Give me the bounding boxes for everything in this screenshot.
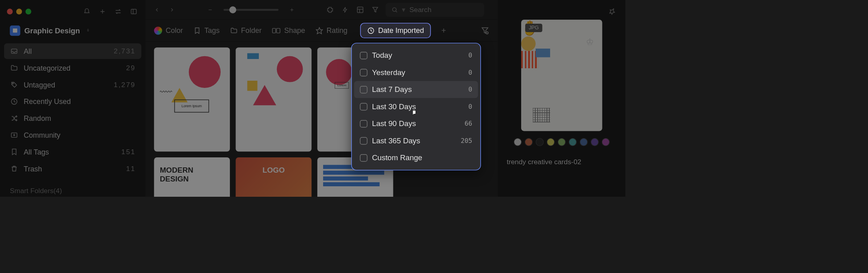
mouse-cursor <box>410 109 418 117</box>
color-swatch[interactable] <box>569 138 577 146</box>
close-window[interactable] <box>7 9 12 14</box>
filter-settings-icon[interactable] <box>481 26 489 35</box>
sidebar-item-count: 29 <box>126 64 136 72</box>
checkbox[interactable] <box>360 86 368 94</box>
smart-folders-header[interactable]: Smart Folders(4) <box>0 180 145 197</box>
filter-label: Folder <box>241 26 262 35</box>
sync-icon[interactable] <box>113 7 123 16</box>
dropdown-option-last-7-days[interactable]: Last 7 Days 0 <box>354 81 478 98</box>
sidebar-item-all[interactable]: All 2,731 <box>4 43 141 59</box>
option-label: Last 90 Days <box>372 119 416 128</box>
sidebar-item-uncategorized[interactable]: Uncategorized 29 <box>4 60 141 76</box>
decorative <box>533 108 550 122</box>
color-swatch[interactable] <box>558 138 566 146</box>
svg-rect-18 <box>272 28 276 33</box>
option-count: 0 <box>469 103 473 110</box>
dropdown-option-yesterday[interactable]: Yesterday 0 <box>354 64 478 81</box>
color-swatch[interactable] <box>547 138 555 146</box>
toggle-sidebar-icon[interactable] <box>129 7 138 16</box>
card-text: Lorem <box>335 82 349 89</box>
library-icon <box>10 25 20 36</box>
checkbox[interactable] <box>360 154 368 162</box>
checkbox[interactable] <box>360 52 368 59</box>
sidebar-item-all-tags[interactable]: All Tags 151 <box>4 144 141 160</box>
filter-folder[interactable]: Folder <box>230 26 261 35</box>
dropdown-option-custom-range[interactable]: Custom Range <box>354 149 478 167</box>
bookmark-icon <box>10 147 18 156</box>
checkbox[interactable] <box>360 69 368 76</box>
checkbox[interactable] <box>360 103 368 110</box>
grid-item[interactable] <box>235 47 311 151</box>
download-icon <box>10 131 18 140</box>
folder-icon <box>230 27 237 35</box>
dropdown-option-last-365-days[interactable]: Last 365 Days 205 <box>354 132 478 149</box>
grid-item[interactable]: MODERN DESIGN <box>154 157 230 197</box>
search-input[interactable]: ▾ Search <box>386 3 484 17</box>
dropdown-option-today[interactable]: Today 0 <box>354 47 478 64</box>
option-count: 0 <box>469 52 473 59</box>
zoom-out-button[interactable] <box>206 5 215 14</box>
checkbox[interactable] <box>360 137 368 145</box>
forward-button[interactable] <box>167 5 176 14</box>
file-format-badge: JPG <box>525 24 542 32</box>
chevron-down-icon <box>85 29 91 33</box>
color-swatch[interactable] <box>579 138 588 146</box>
sidebar-item-random[interactable]: Random <box>4 110 141 126</box>
zoom-in-button[interactable] <box>287 5 297 14</box>
sidebar-item-trash[interactable]: Trash 11 <box>4 161 141 177</box>
filter-tags[interactable]: Tags <box>193 26 219 35</box>
option-label: Last 7 Days <box>372 85 412 94</box>
color-swatch[interactable] <box>525 138 533 146</box>
filter-label: Color <box>166 26 183 35</box>
svg-marker-20 <box>316 27 323 34</box>
sidebar-item-count: 11 <box>126 165 136 173</box>
dropdown-option-last-90-days[interactable]: Last 90 Days 66 <box>354 115 478 132</box>
sidebar-item-recently-used[interactable]: Recently Used <box>4 94 141 109</box>
pin-icon[interactable] <box>608 7 617 16</box>
library-switcher[interactable]: Graphic Design <box>0 20 145 41</box>
extensions-icon[interactable] <box>326 5 335 14</box>
option-count: 66 <box>465 120 472 127</box>
filter-shape[interactable]: Shape <box>272 26 305 35</box>
filter-date-imported[interactable]: Date Imported <box>360 23 431 38</box>
library-title: Graphic Design <box>25 26 80 35</box>
minimize-window[interactable] <box>16 9 22 14</box>
color-swatch[interactable] <box>536 138 544 146</box>
actions-icon[interactable] <box>340 5 350 14</box>
notifications-icon[interactable] <box>82 7 92 16</box>
grid-item[interactable]: 〰〰 Lorem Ipsum <box>154 47 230 151</box>
option-count: 205 <box>461 137 472 145</box>
color-swatches <box>514 138 610 146</box>
zoom-slider[interactable] <box>223 9 278 10</box>
add-icon[interactable] <box>98 7 107 16</box>
back-button[interactable] <box>152 5 162 14</box>
clock-icon <box>367 27 375 35</box>
sidebar-item-label: Trash <box>24 165 42 173</box>
color-swatch[interactable] <box>514 138 522 146</box>
filter-icon[interactable] <box>371 5 380 14</box>
sidebar-item-label: Uncategorized <box>24 64 70 72</box>
grid-item[interactable]: LOGO <box>235 157 311 197</box>
search-placeholder: Search <box>409 6 432 14</box>
option-label: Last 365 Days <box>372 136 420 145</box>
filename-field[interactable]: trendy creative cards-02 <box>507 155 617 169</box>
color-swatch[interactable] <box>591 138 599 146</box>
inbox-icon <box>10 47 18 56</box>
filter-color[interactable]: Color <box>154 26 183 35</box>
sidebar-item-label: Recently Used <box>24 97 71 106</box>
maximize-window[interactable] <box>25 9 31 14</box>
layout-icon[interactable] <box>356 5 365 14</box>
add-filter-button[interactable]: + <box>441 26 446 35</box>
decorative <box>521 37 536 51</box>
sidebar-item-community[interactable]: Community <box>4 127 141 143</box>
preview-image[interactable]: JPG ✋ ♔ <box>521 20 602 131</box>
filter-label: Shape <box>284 26 305 35</box>
sidebar-item-untagged[interactable]: Untagged 1,279 <box>4 77 141 93</box>
sidebar-item-label: Random <box>24 114 51 122</box>
filter-bar: Color Tags Folder Shape Rating Date Impo… <box>145 20 498 42</box>
checkbox[interactable] <box>360 120 368 128</box>
option-count: 0 <box>469 86 473 93</box>
filter-rating[interactable]: Rating <box>315 26 347 35</box>
color-swatch[interactable] <box>602 138 610 146</box>
card-text: Lorem Ipsum <box>174 100 209 112</box>
